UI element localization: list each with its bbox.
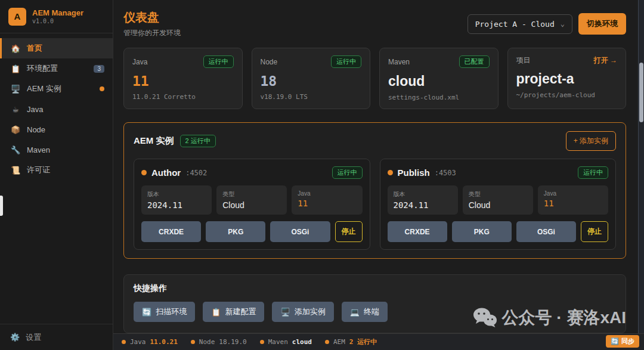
status-card-node: Node 运行中 18 v18.19.0 LTS: [252, 48, 371, 109]
aem-instances-section: AEM 实例 2 运行中 + 添加实例 Author :4502 运行中 版本 …: [123, 122, 626, 259]
field-label: 版本: [394, 190, 452, 199]
instance-status-dot: [141, 170, 147, 175]
status-dot-icon: [325, 340, 329, 344]
sidebar: A AEM Manager v1.0.0 🏠 首页 📋 环境配置 3 🖥️ AE…: [0, 0, 113, 350]
sidebar-item-settings[interactable]: ⚙️ 设置: [0, 324, 113, 350]
sidebar-item-home[interactable]: 🏠 首页: [0, 38, 113, 58]
sidebar-item-maven[interactable]: 🔧 Maven: [0, 140, 113, 160]
scrollbar-track[interactable]: [638, 0, 644, 333]
instance-card-publish: Publish :4503 运行中 版本 2024.11 类型 Cloud Ja…: [380, 159, 617, 250]
card-detail: v18.19.0 LTS: [261, 93, 362, 101]
clipboard-icon: 📋: [10, 64, 21, 73]
field-java: Java 11: [292, 185, 362, 215]
field-type: 类型 Cloud: [463, 185, 533, 215]
statusbar-aem: AEM 2 运行中: [325, 337, 377, 346]
field-version: 版本 2024.11: [141, 185, 212, 215]
sync-label: 同步: [621, 337, 634, 346]
settings-label: 设置: [26, 332, 41, 343]
field-java: Java 11: [538, 185, 608, 215]
status-badge: 运行中: [203, 55, 234, 68]
button-label: 新建配置: [225, 306, 256, 317]
crxde-button[interactable]: CRXDE: [141, 221, 201, 242]
pkg-button[interactable]: PKG: [206, 221, 265, 242]
add-instance-quick-button[interactable]: 🖥️ 添加实例: [272, 302, 333, 322]
environment-select-value: Project A - Cloud: [475, 20, 555, 29]
notification-dot: [100, 86, 104, 91]
statusbar-maven: Maven cloud: [260, 338, 312, 346]
status-dot-icon: [191, 340, 195, 344]
field-value: Cloud: [469, 200, 527, 210]
stop-button[interactable]: 停止: [335, 221, 363, 242]
app-title: AEM Manager: [32, 8, 83, 18]
sidebar-item-java[interactable]: ☕ Java: [0, 99, 113, 119]
instance-card-author: Author :4502 运行中 版本 2024.11 类型 Cloud Jav…: [134, 159, 370, 250]
statusbar-label: AEM: [333, 338, 345, 346]
sidebar-item-aem-instances[interactable]: 🖥️ AEM 实例: [0, 79, 113, 99]
pkg-button[interactable]: PKG: [452, 221, 512, 242]
gear-icon: ⚙️: [10, 333, 20, 342]
crxde-button[interactable]: CRXDE: [388, 221, 447, 242]
statusbar-value: 11.0.21: [150, 338, 178, 346]
monitor-icon: 🖥️: [280, 308, 290, 317]
scroll-icon: 📜: [10, 166, 21, 175]
scan-icon: 🔄: [142, 308, 151, 317]
scan-env-button[interactable]: 🔄 扫描环境: [134, 302, 195, 322]
status-card-project: 项目 打开 → project-a ~/projects/aem-cloud: [507, 48, 627, 109]
field-label: Java: [298, 190, 356, 197]
field-value: 11: [298, 199, 356, 208]
card-value: 18: [261, 73, 362, 89]
running-count-badge: 2 运行中: [180, 135, 216, 147]
scrollbar-thumb[interactable]: [639, 63, 643, 122]
sidebar-item-label: 环境配置: [27, 63, 58, 74]
sidebar-item-env-config[interactable]: 📋 环境配置 3: [0, 58, 113, 79]
switch-env-button[interactable]: 切换环境: [578, 13, 626, 35]
chevron-down-icon: ⌄: [561, 22, 565, 26]
statusbar-label: Java: [130, 338, 146, 346]
sidebar-item-label: Node: [27, 125, 45, 134]
sidebar-item-license[interactable]: 📜 许可证: [0, 160, 113, 180]
sidebar-item-label: AEM 实例: [27, 83, 61, 94]
clipboard-icon: 📋: [211, 308, 221, 317]
stop-button[interactable]: 停止: [581, 221, 608, 242]
osgi-button[interactable]: OSGi: [516, 221, 576, 242]
home-icon: 🏠: [10, 44, 21, 53]
quick-actions-title: 快捷操作: [134, 283, 616, 294]
terminal-button[interactable]: 💻 终端: [342, 302, 388, 322]
open-project-link[interactable]: 打开 →: [594, 55, 617, 66]
field-version: 版本 2024.11: [388, 185, 458, 215]
button-label: 扫描环境: [156, 306, 187, 317]
card-value: project-a: [516, 71, 618, 87]
card-detail: 11.0.21 Corretto: [132, 93, 234, 101]
sync-button[interactable]: 🔄 同步: [606, 335, 639, 348]
app-logo-block: A AEM Manager v1.0.0: [0, 0, 113, 33]
page-title: 仪表盘: [123, 10, 181, 26]
instance-status-dot: [388, 170, 393, 175]
quick-actions-panel: 快捷操作 🔄 扫描环境 📋 新建配置 🖥️ 添加实例 💻 终端: [123, 274, 626, 333]
package-icon: 📦: [10, 125, 21, 134]
card-label: Node: [261, 58, 278, 66]
instance-status-badge: 运行中: [578, 166, 608, 179]
add-instance-button[interactable]: + 添加实例: [566, 131, 616, 151]
sidebar-item-node[interactable]: 📦 Node: [0, 119, 113, 140]
card-detail: ~/projects/aem-cloud: [516, 91, 618, 99]
instance-name: Author: [151, 168, 181, 178]
status-card-java: Java 运行中 11 11.0.21 Corretto: [123, 48, 243, 109]
field-type: 类型 Cloud: [216, 185, 287, 215]
field-label: 类型: [222, 190, 281, 199]
new-config-button[interactable]: 📋 新建配置: [203, 302, 264, 322]
environment-select[interactable]: Project A - Cloud ⌄: [467, 14, 572, 34]
osgi-button[interactable]: OSGi: [270, 221, 330, 242]
statusbar-value: 2 运行中: [349, 337, 377, 346]
status-badge: 已配置: [459, 55, 490, 68]
field-value: Cloud: [222, 200, 281, 210]
statusbar-value: cloud: [292, 338, 312, 346]
status-cards-row: Java 运行中 11 11.0.21 Corretto Node 运行中 18…: [123, 48, 626, 109]
sidebar-item-label: Maven: [27, 145, 50, 154]
field-label: 版本: [147, 190, 206, 199]
monitor-icon: 🖥️: [10, 85, 21, 94]
status-dot-icon: [260, 340, 264, 344]
card-label: Java: [132, 58, 147, 66]
card-value: 11: [132, 73, 234, 89]
app-version: v1.0.0: [32, 18, 83, 24]
instance-status-badge: 运行中: [332, 166, 363, 179]
